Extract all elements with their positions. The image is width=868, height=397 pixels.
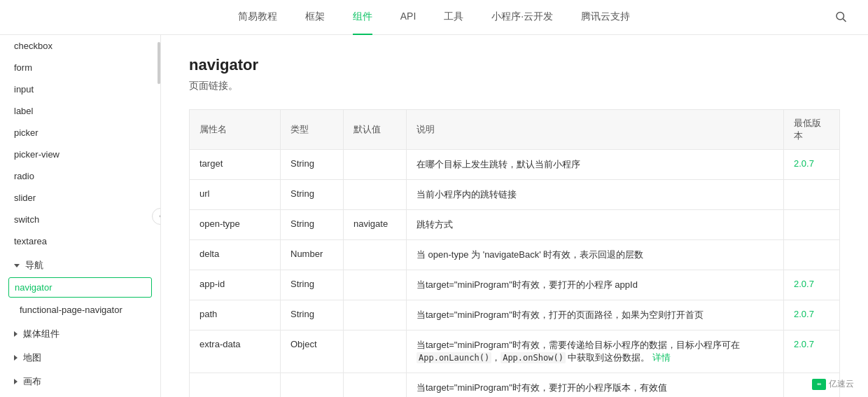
version-link[interactable]: 2.0.7 bbox=[794, 158, 814, 169]
svg-point-0 bbox=[836, 12, 844, 20]
sidebar-item-functional-navigator[interactable]: functional-page-navigator bbox=[0, 299, 160, 321]
main-content: navigator 页面链接。 属性名 类型 默认值 说明 最低版本 targe… bbox=[161, 35, 868, 397]
sidebar-section-media-label: 媒体组件 bbox=[23, 328, 59, 340]
cell-default bbox=[344, 270, 407, 300]
logo-area: ∞ 亿速云 bbox=[812, 378, 854, 390]
sidebar-item-picker[interactable]: picker bbox=[0, 122, 160, 144]
sidebar-section-map[interactable]: 地图 bbox=[0, 344, 160, 368]
sidebar-section-map-label: 地图 bbox=[23, 351, 41, 364]
page-title: navigator bbox=[189, 56, 840, 74]
sidebar-section-canvas-label: 画布 bbox=[23, 375, 41, 388]
th-desc: 说明 bbox=[407, 110, 784, 150]
cell-default bbox=[344, 373, 407, 398]
nav-item-tools[interactable]: 工具 bbox=[444, 0, 463, 35]
sidebar-item-checkbox[interactable]: checkbox bbox=[0, 35, 160, 57]
nav-item-tutorial[interactable]: 简易教程 bbox=[238, 0, 277, 35]
cell-type: String bbox=[281, 270, 344, 300]
sidebar-item-radio[interactable]: radio bbox=[0, 165, 160, 187]
sidebar-item-slider[interactable]: slider bbox=[0, 187, 160, 209]
sidebar-item-form[interactable]: form bbox=[0, 57, 160, 78]
table-row: app-idString当target="miniProgram"时有效，要打开… bbox=[190, 270, 840, 300]
sidebar-section-media[interactable]: 媒体组件 bbox=[0, 321, 160, 344]
cell-default bbox=[344, 240, 407, 270]
cell-desc: 当target="miniProgram"时有效，要打开的小程序版本，有效值 bbox=[407, 373, 784, 398]
cell-version bbox=[784, 240, 840, 270]
th-prop: 属性名 bbox=[190, 110, 281, 150]
version-link[interactable]: 2.0.7 bbox=[794, 279, 814, 289]
sidebar-item-switch[interactable]: switch bbox=[0, 209, 160, 230]
cell-desc: 当target="miniProgram"时有效，要打开的小程序 appId bbox=[407, 270, 784, 300]
sidebar-section-canvas[interactable]: 画布 bbox=[0, 368, 160, 392]
search-icon[interactable] bbox=[834, 10, 847, 25]
nav-item-tencent[interactable]: 腾讯云支持 bbox=[581, 0, 630, 35]
logo-text: 亿速云 bbox=[829, 378, 854, 390]
table-row: urlString当前小程序内的跳转链接 bbox=[190, 180, 840, 210]
cell-version: 2.0.7 bbox=[784, 300, 840, 330]
expand-icon-canvas bbox=[14, 379, 18, 384]
svg-line-1 bbox=[843, 18, 846, 21]
sidebar: checkbox form input label picker picker-… bbox=[0, 35, 161, 397]
sidebar-section-nav[interactable]: 导航 bbox=[0, 252, 160, 276]
cell-default bbox=[344, 330, 407, 373]
cell-type: String bbox=[281, 210, 344, 240]
cell-prop: extra-data bbox=[190, 330, 281, 373]
cell-prop: open-type bbox=[190, 210, 281, 240]
sidebar-section-openability[interactable]: 开放能力 bbox=[0, 392, 160, 397]
sidebar-item-navigator[interactable]: navigator bbox=[8, 277, 152, 298]
cell-default: navigate bbox=[344, 210, 407, 240]
detail-link[interactable]: 详情 bbox=[652, 352, 671, 363]
cell-prop: delta bbox=[190, 240, 281, 270]
table-row: 当target="miniProgram"时有效，要打开的小程序版本，有效值 bbox=[190, 373, 840, 398]
version-link[interactable]: 2.0.7 bbox=[794, 339, 814, 349]
scrollbar-thumb[interactable] bbox=[158, 42, 160, 84]
cell-type bbox=[281, 373, 344, 398]
expand-icon-map bbox=[14, 355, 18, 361]
th-version: 最低版本 bbox=[784, 110, 840, 150]
th-type: 类型 bbox=[281, 110, 344, 150]
cell-desc: 跳转方式 bbox=[407, 210, 784, 240]
sidebar-item-label[interactable]: label bbox=[0, 100, 160, 122]
sidebar-item-picker-view[interactable]: picker-view bbox=[0, 144, 160, 165]
nav-item-framework[interactable]: 框架 bbox=[305, 0, 325, 35]
nav-item-miniprogram[interactable]: 小程序·云开发 bbox=[491, 0, 553, 35]
logo-icon-text: ∞ bbox=[817, 381, 821, 387]
cell-prop: target bbox=[190, 150, 281, 180]
cell-default bbox=[344, 180, 407, 210]
cell-version bbox=[784, 210, 840, 240]
nav-item-api[interactable]: API bbox=[400, 0, 416, 35]
properties-table: 属性名 类型 默认值 说明 最低版本 targetString在哪个目标上发生跳… bbox=[189, 109, 840, 397]
table-row: extra-dataObject当target="miniProgram"时有效… bbox=[190, 330, 840, 373]
cell-version: 2.0.7 bbox=[784, 330, 840, 373]
th-default: 默认值 bbox=[344, 110, 407, 150]
cell-version: 2.0.7 bbox=[784, 270, 840, 300]
cell-desc: 当target="miniProgram"时有效，需要传递给目标小程序的数据，目… bbox=[407, 330, 784, 373]
cell-prop: url bbox=[190, 180, 281, 210]
cell-version: 2.0.7 bbox=[784, 150, 840, 180]
table-row: pathString当target="miniProgram"时有效，打开的页面… bbox=[190, 300, 840, 330]
cell-type: Number bbox=[281, 240, 344, 270]
page-desc: 页面链接。 bbox=[189, 80, 840, 92]
table-row: open-typeStringnavigate跳转方式 bbox=[190, 210, 840, 240]
nav-item-component[interactable]: 组件 bbox=[353, 0, 372, 35]
cell-type: String bbox=[281, 150, 344, 180]
sidebar-item-input[interactable]: input bbox=[0, 78, 160, 100]
cell-type: String bbox=[281, 180, 344, 210]
version-link[interactable]: 2.0.7 bbox=[794, 309, 814, 319]
top-navigation: 简易教程 框架 组件 API 工具 小程序·云开发 腾讯云支持 bbox=[0, 0, 868, 35]
cell-desc: 当前小程序内的跳转链接 bbox=[407, 180, 784, 210]
cell-prop: path bbox=[190, 300, 281, 330]
collapse-icon-nav bbox=[14, 264, 20, 267]
cell-default bbox=[344, 300, 407, 330]
expand-icon-media bbox=[14, 331, 18, 337]
cell-prop bbox=[190, 373, 281, 398]
cell-version bbox=[784, 180, 840, 210]
cell-desc: 当target="miniProgram"时有效，打开的页面路径，如果为空则打开… bbox=[407, 300, 784, 330]
cell-desc: 在哪个目标上发生跳转，默认当前小程序 bbox=[407, 150, 784, 180]
table-row: deltaNumber当 open-type 为 'navigateBack' … bbox=[190, 240, 840, 270]
sidebar-section-nav-label: 导航 bbox=[25, 259, 43, 272]
cell-prop: app-id bbox=[190, 270, 281, 300]
table-row: targetString在哪个目标上发生跳转，默认当前小程序2.0.7 bbox=[190, 150, 840, 180]
logo-icon: ∞ bbox=[812, 379, 826, 390]
sidebar-item-textarea[interactable]: textarea bbox=[0, 230, 160, 252]
cell-default bbox=[344, 150, 407, 180]
